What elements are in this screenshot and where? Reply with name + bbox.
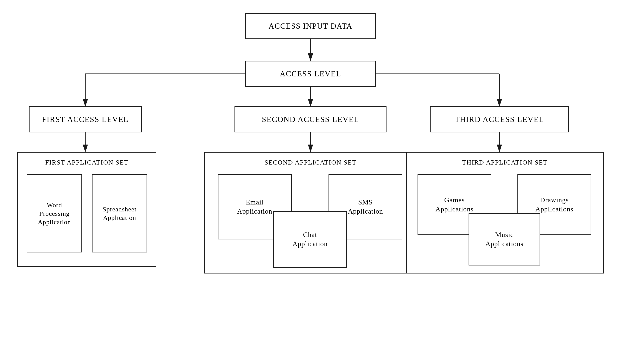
drawings-label: DrawingsApplications	[535, 196, 573, 214]
third-access-level-box: THIRD ACCESS LEVEL	[430, 106, 569, 132]
music-applications-box: MusicApplications	[468, 213, 540, 265]
first-access-level-box: FIRST ACCESS LEVEL	[29, 106, 142, 132]
access-input-data-box: ACCESS INPUT DATA	[245, 13, 376, 39]
first-access-level-label: FIRST ACCESS LEVEL	[42, 114, 129, 125]
second-application-set-container: SECOND APPLICATION SET EmailApplication …	[204, 152, 417, 273]
sms-label: SMSApplication	[348, 198, 383, 216]
third-access-level-label: THIRD ACCESS LEVEL	[455, 114, 544, 125]
access-level-label: ACCESS LEVEL	[280, 69, 341, 79]
diagram: ACCESS INPUT DATA ACCESS LEVEL FIRST ACC…	[0, 0, 621, 364]
access-level-box: ACCESS LEVEL	[245, 61, 376, 87]
chat-application-box: ChatApplication	[273, 211, 347, 268]
spreadsheet-label: SpreadsheetApplication	[103, 205, 137, 222]
second-application-set-label: SECOND APPLICATION SET	[205, 159, 416, 166]
third-application-set-container: THIRD APPLICATION SET GamesApplications …	[406, 152, 604, 273]
third-application-set-label: THIRD APPLICATION SET	[407, 159, 603, 166]
chat-label: ChatApplication	[293, 230, 328, 248]
email-label: EmailApplication	[237, 198, 272, 216]
second-access-level-label: SECOND ACCESS LEVEL	[262, 114, 359, 125]
second-access-level-box: SECOND ACCESS LEVEL	[235, 106, 386, 132]
access-input-data-label: ACCESS INPUT DATA	[269, 21, 353, 31]
word-processing-box: WordProcessingApplication	[27, 174, 82, 252]
word-processing-label: WordProcessingApplication	[38, 201, 71, 226]
spreadsheet-box: SpreadsheetApplication	[92, 174, 147, 252]
music-label: MusicApplications	[485, 230, 523, 248]
first-application-set-label: FIRST APPLICATION SET	[18, 159, 156, 166]
games-label: GamesApplications	[435, 196, 474, 214]
first-application-set-container: FIRST APPLICATION SET WordProcessingAppl…	[17, 152, 156, 267]
